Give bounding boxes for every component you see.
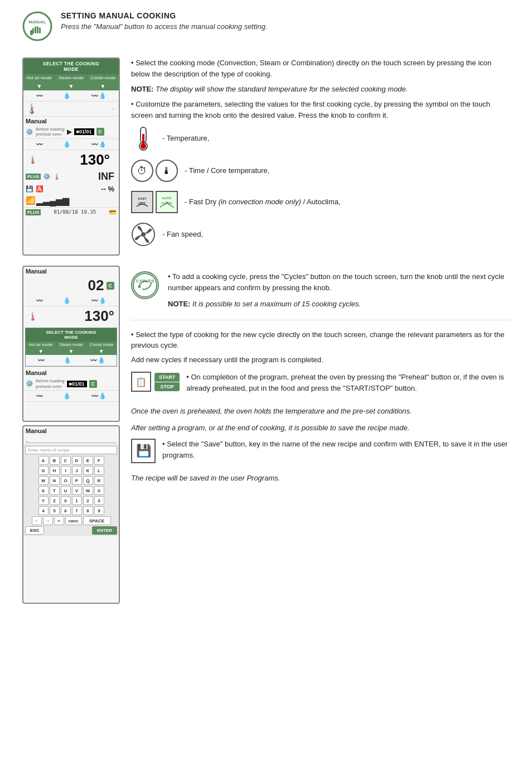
c-button-2[interactable]: C bbox=[107, 282, 115, 290]
final-italic: The recipe will be saved in the user Pro… bbox=[131, 473, 510, 484]
kb-row-1: A B C D E F bbox=[25, 456, 117, 465]
fastdry-icons: FAST DRY AUTO CLIMA bbox=[131, 191, 178, 213]
percent-display: -- % bbox=[46, 185, 117, 193]
fan-icon bbox=[131, 222, 156, 247]
clock-icon: ⏱ bbox=[131, 160, 153, 182]
save-section: 💾 • Select the "Save" button, key in the… bbox=[131, 439, 510, 466]
kb-row-4: S T U V W X bbox=[25, 486, 117, 495]
plus-label: PLUS bbox=[26, 209, 41, 215]
kb-row-5: Y Z 0 1 2 3 bbox=[25, 496, 117, 505]
combi-icon: 〰️💧 bbox=[91, 92, 107, 99]
section1-para2: • Customize the parameters, selecting th… bbox=[131, 99, 510, 121]
svg-rect-3 bbox=[35, 26, 36, 33]
italic-para-2: After setting a program, or at the end o… bbox=[131, 422, 510, 434]
c-button-1[interactable]: C bbox=[96, 128, 105, 136]
italic-para-1: Once the oven is preheated, the oven hol… bbox=[131, 406, 510, 417]
nested2-icons: 〰️ 💧 〰️💧 bbox=[23, 391, 119, 402]
svg-text:AUTO: AUTO bbox=[162, 196, 172, 200]
enter-key[interactable]: ENTER bbox=[92, 526, 117, 535]
first-content-row: SELECT THE COOKINGMODE Hot air mode Stea… bbox=[22, 57, 510, 256]
mode-header: SELECT THE COOKINGMODE bbox=[23, 59, 119, 74]
kb-row-2: G H I J K L bbox=[25, 466, 117, 475]
cycles-note: NOTE: It is possible to set a maximum of… bbox=[168, 299, 510, 310]
note-text: The display will show the standard tempe… bbox=[156, 85, 408, 93]
manual-icon: MANUAL bbox=[22, 11, 53, 42]
cursor: _ bbox=[26, 436, 28, 442]
svg-rect-4 bbox=[37, 26, 38, 33]
nested-icons: 〰️ 💧 〰️💧 bbox=[26, 355, 117, 366]
header-subtitle: Press the "Manual" button to access the … bbox=[61, 22, 268, 31]
tab-combi: Combi mode bbox=[88, 74, 119, 82]
oven-icons-row1: 〰️ 💧 〰️💧 bbox=[23, 90, 119, 102]
param-fan: - Fan speed, bbox=[131, 222, 510, 247]
section1-para1: • Select the cooking mode (Convection, S… bbox=[131, 57, 510, 79]
text-area-2: CYCLES • To add a cooking cycle, press t… bbox=[131, 266, 510, 604]
oven-display-3: Manual _ Enter name of recipe A B C D E … bbox=[22, 425, 120, 604]
steam-icon2: 💧 bbox=[63, 141, 71, 148]
wave-icon2: 〰️ bbox=[36, 141, 43, 148]
save-icon: 💾 bbox=[131, 439, 156, 463]
wave-icon: 〰️ bbox=[36, 92, 43, 99]
page-title: SETTING MANUAL COOKING bbox=[61, 11, 268, 20]
esc-key[interactable]: ESC bbox=[25, 526, 44, 535]
oven2-icons: 〰️ 💧 〰️💧 bbox=[23, 295, 119, 306]
cycle-02-display: 02 bbox=[88, 277, 104, 294]
stop-label: STOP bbox=[154, 382, 180, 391]
preheat-para: • On completion of the program, preheat … bbox=[186, 372, 510, 393]
param-fastdry-text: - Fast Dry (in convection mode only) / A… bbox=[185, 197, 341, 207]
steam-icon: 💧 bbox=[63, 92, 71, 99]
svg-point-0 bbox=[23, 12, 51, 40]
oven-icons-row2: 〰️ 💧 〰️💧 bbox=[23, 139, 119, 150]
select-para: • Select the type of cooking for the new… bbox=[131, 329, 510, 351]
svg-point-20 bbox=[133, 273, 157, 297]
svg-text:MANUAL: MANUAL bbox=[29, 20, 46, 24]
svg-rect-10 bbox=[142, 134, 144, 144]
header-text: SETTING MANUAL COOKING Press the "Manual… bbox=[61, 11, 268, 31]
oven-col: Manual 02 C 〰️ 💧 〰️💧 🌡️ 130° SELECT THE … bbox=[22, 266, 120, 604]
kb-row-3: M N O P Q R bbox=[25, 476, 117, 485]
svg-point-11 bbox=[141, 143, 146, 149]
kb-row-7: ← → « canc SPACE bbox=[25, 516, 117, 525]
manual-label-2: Manual bbox=[23, 267, 119, 276]
thermometer-icon bbox=[131, 126, 156, 151]
text-area-1: • Select the cooking mode (Convection, S… bbox=[131, 57, 510, 256]
second-content-row: Manual 02 C 〰️ 💧 〰️💧 🌡️ 130° SELECT THE … bbox=[22, 266, 510, 604]
cycles-note-label: NOTE: bbox=[168, 300, 190, 308]
time-core-icons: ⏱ 🌡 bbox=[131, 160, 178, 182]
svg-rect-7 bbox=[30, 30, 33, 35]
inf-display: INF bbox=[63, 171, 117, 182]
mode-arrows: ▼ ▼ ▼ bbox=[23, 82, 119, 90]
svg-rect-5 bbox=[39, 27, 41, 33]
autoclima-icon: AUTO CLIMA bbox=[156, 191, 178, 213]
preheat-section: 📋 START STOP • On completion of the prog… bbox=[131, 372, 510, 399]
header-section: MANUAL SETTING MANUAL COOKING Press the … bbox=[22, 11, 510, 47]
param-fan-text: - Fan speed, bbox=[162, 229, 203, 239]
sd-icon: 💳 bbox=[109, 209, 117, 216]
oven-keyboard: Enter name of recipe A B C D E F G H I J… bbox=[23, 444, 119, 536]
time-display: 01/08/18 19.35 bbox=[54, 209, 96, 215]
tab-hot-air: Hot air mode bbox=[23, 74, 55, 82]
kb-bottom: ESC ENTER bbox=[25, 526, 117, 535]
param-temp-text: - Temperature, bbox=[162, 133, 209, 143]
start-stop-button[interactable]: START STOP bbox=[154, 373, 180, 391]
fast-dry-icon: FAST DRY bbox=[131, 191, 153, 213]
oven2-temp: 130° bbox=[37, 307, 114, 325]
param-temperature: - Temperature, bbox=[131, 126, 510, 151]
cycle-display-1: ■01/01 bbox=[74, 128, 94, 135]
cycles-note-text: It is possible to set a maximum of 15 co… bbox=[192, 300, 361, 308]
preheat-label-1: Before loadingpreheat oven bbox=[36, 127, 65, 137]
add-para: Add new cycles if necessary until the pr… bbox=[131, 354, 510, 366]
param-time-text: - Time / Core temperature, bbox=[185, 166, 269, 176]
combi-icon2: 〰️💧 bbox=[91, 141, 107, 148]
preheat-panel-icon: 📋 bbox=[131, 372, 151, 392]
oven-display-1: SELECT THE COOKINGMODE Hot air mode Stea… bbox=[22, 57, 120, 256]
cycles-section: CYCLES • To add a cooking cycle, press t… bbox=[131, 271, 510, 310]
nested-arrows: ▼ ▼ ▼ bbox=[26, 348, 117, 355]
mode-tabs: Hot air mode Steam mode Combi mode bbox=[23, 74, 119, 82]
svg-text:FAST: FAST bbox=[138, 197, 147, 200]
cycles-icon: CYCLES bbox=[131, 271, 159, 299]
preheat-icons: 📋 START STOP bbox=[131, 372, 180, 392]
save-para: • Select the "Save" button, key in the n… bbox=[162, 439, 510, 460]
start-label: START bbox=[154, 373, 180, 382]
note-line: NOTE: The display will show the standard… bbox=[131, 85, 510, 93]
